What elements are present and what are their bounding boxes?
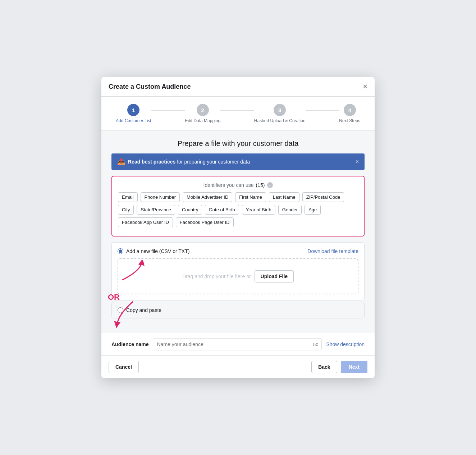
identifier-tag[interactable]: Phone Number [141, 192, 180, 202]
tags-row-1: EmailPhone NumberMobile Advertiser IDFir… [118, 192, 358, 202]
identifier-tag[interactable]: Facebook Page User ID [176, 217, 234, 227]
file-section: Add a new file (CSV or TXT) Download fil… [111, 242, 365, 300]
audience-name-label: Audience name [111, 341, 148, 347]
blue-banner: 📤 Read best practices for preparing your… [111, 153, 365, 170]
file-radio-label[interactable]: Add a new file (CSV or TXT) [118, 248, 189, 254]
tags-row-2: CityState/ProvinceCountryDate of BirthYe… [118, 205, 358, 215]
step-4: 4 Next Steps [339, 104, 360, 123]
banner-text: Read best practices for preparing your c… [128, 159, 250, 165]
download-template-link[interactable]: Download file template [307, 248, 358, 254]
section-title: Prepare a file with your customer data [111, 139, 365, 148]
arrow-up-icon [119, 260, 147, 282]
step-line-3 [306, 110, 339, 111]
step-circle-3: 3 [274, 104, 286, 116]
banner-icon: 📤 [117, 158, 125, 166]
tags-row-3: Facebook App User IDFacebook Page User I… [118, 217, 358, 227]
step-line-1 [151, 110, 185, 111]
modal-header: Create a Custom Audience × [101, 77, 375, 97]
step-circle-1: 1 [127, 104, 139, 116]
copy-radio-label[interactable]: Copy and paste [118, 307, 358, 313]
identifier-tag[interactable]: Country [178, 205, 202, 215]
step-1: 1 Add Customer List [116, 104, 151, 123]
step-circle-2: 2 [197, 104, 209, 116]
step-circle-4: 4 [344, 104, 356, 116]
identifiers-header: Identifiers you can use (15) i [118, 182, 358, 188]
identifier-tag[interactable]: Gender [278, 205, 302, 215]
audience-name-row: Audience name 50 Show description [101, 333, 375, 355]
identifier-tag[interactable]: State/Province [137, 205, 175, 215]
modal-footer: Cancel Back Next [101, 355, 375, 378]
identifier-tag[interactable]: Last Name [269, 192, 299, 202]
file-section-top: Add a new file (CSV or TXT) Download fil… [118, 248, 358, 254]
identifier-tag[interactable]: Date of Birth [205, 205, 239, 215]
step-2: 2 Edit Data Mapping [185, 104, 220, 123]
info-icon[interactable]: i [267, 182, 273, 188]
or-area: OR [108, 293, 120, 302]
step-label-2: Edit Data Mapping [185, 118, 220, 123]
modal-title: Create a Custom Audience [109, 83, 191, 91]
audience-name-input[interactable] [153, 338, 322, 350]
identifier-tag[interactable]: Facebook App User ID [118, 217, 173, 227]
drop-zone[interactable]: Drag and drop your file here or Upload F… [118, 258, 358, 294]
identifier-tag[interactable]: Mobile Advertiser ID [183, 192, 232, 202]
drop-text: Drag and drop your file here or [182, 274, 251, 279]
audience-name-input-wrap: 50 [153, 338, 322, 350]
show-description-link[interactable]: Show description [326, 341, 365, 347]
stepper: 1 Add Customer List 2 Edit Data Mapping … [101, 97, 375, 131]
char-count: 50 [313, 342, 318, 347]
modal-body: Prepare a file with your customer data 📤… [101, 131, 375, 333]
step-3: 3 Hashed Upload & Creation [254, 104, 306, 123]
step-line-2 [220, 110, 254, 111]
cancel-button[interactable]: Cancel [109, 361, 139, 373]
next-button[interactable]: Next [341, 361, 367, 373]
arrow-down-icon [111, 300, 140, 328]
file-radio[interactable] [118, 248, 123, 254]
close-button[interactable]: × [363, 83, 367, 91]
identifier-tag[interactable]: First Name [235, 192, 266, 202]
identifier-tag[interactable]: Age [305, 205, 321, 215]
step-label-1: Add Customer List [116, 118, 151, 123]
banner-content: 📤 Read best practices for preparing your… [117, 158, 250, 166]
step-label-3: Hashed Upload & Creation [254, 118, 306, 123]
upload-file-button[interactable]: Upload File [255, 270, 294, 282]
step-label-4: Next Steps [339, 118, 360, 123]
banner-close-button[interactable]: × [356, 158, 359, 165]
identifier-tag[interactable]: Email [118, 192, 138, 202]
copy-section: Copy and paste [111, 302, 365, 318]
upload-area: OR [111, 242, 365, 318]
identifier-tag[interactable]: City [118, 205, 134, 215]
identifier-tag[interactable]: ZIP/Postal Code [302, 192, 344, 202]
back-button[interactable]: Back [311, 361, 337, 373]
footer-right: Back Next [311, 361, 367, 373]
modal: Create a Custom Audience × 1 Add Custome… [101, 77, 375, 378]
identifier-tag[interactable]: Year of Birth [242, 205, 275, 215]
identifiers-box: Identifiers you can use (15) i EmailPhon… [111, 176, 365, 236]
